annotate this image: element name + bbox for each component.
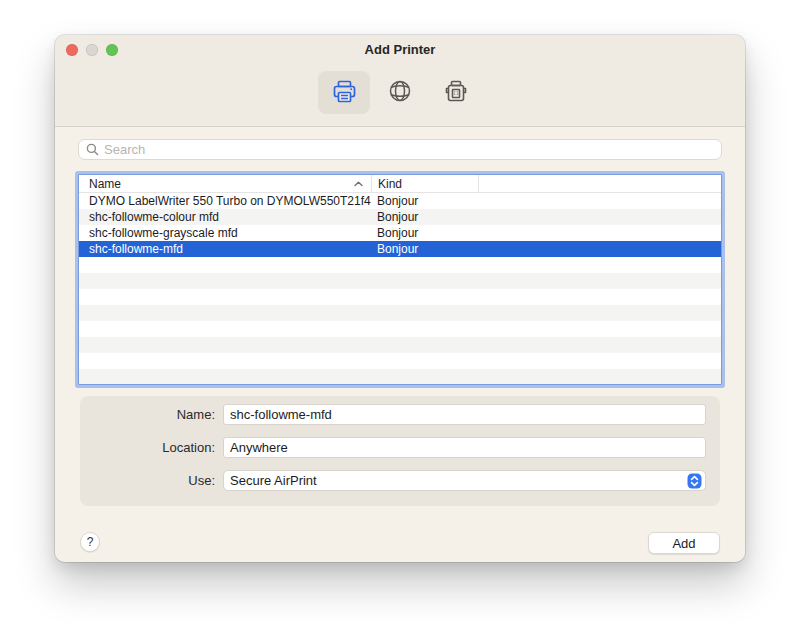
column-header-kind[interactable]: Kind [371, 175, 478, 192]
use-field-row: Use: Secure AirPrint [80, 470, 706, 491]
use-select-value: Secure AirPrint [230, 473, 317, 488]
empty-table-row [79, 337, 721, 353]
table-row[interactable]: DYMO LabelWriter 550 Turbo on DYMOLW550T… [79, 193, 721, 209]
location-label: Location: [80, 440, 223, 455]
tab-ip-printer[interactable] [374, 71, 426, 114]
printer-icon [331, 78, 358, 108]
cell-kind: Bonjour [371, 194, 478, 208]
name-label: Name: [80, 407, 223, 422]
location-field[interactable] [223, 437, 706, 458]
cell-name: shc-followme-colour mfd [79, 210, 371, 224]
cell-kind: Bonjour [371, 226, 478, 240]
table-body[interactable]: DYMO LabelWriter 550 Turbo on DYMOLW550T… [79, 193, 721, 385]
cell-kind: Bonjour [371, 242, 478, 256]
window-title: Add Printer [365, 42, 436, 57]
table-header: Name Kind [79, 175, 721, 193]
table-row[interactable]: shc-followme-mfdBonjour [79, 241, 721, 257]
add-printer-window: Add Printer [55, 35, 745, 562]
tab-default-printer[interactable] [318, 71, 370, 114]
cell-name: shc-followme-grayscale mfd [79, 226, 371, 240]
empty-table-row [79, 321, 721, 337]
search-field[interactable] [78, 139, 722, 160]
window-content: Name Kind DYMO LabelWriter 550 Turbo on … [55, 127, 745, 562]
cell-name: DYMO LabelWriter 550 Turbo on DYMOLW550T… [79, 194, 371, 208]
table-row[interactable]: shc-followme-grayscale mfdBonjour [79, 225, 721, 241]
column-header-blank [478, 175, 721, 192]
printer-details-panel: Name: Location: Use: Secure AirPrint [80, 396, 720, 506]
empty-table-row [79, 369, 721, 385]
location-field-row: Location: [80, 437, 706, 458]
tab-windows-printer[interactable] [430, 71, 482, 114]
legacy-printer-icon [443, 78, 469, 107]
search-input[interactable] [104, 142, 714, 157]
titlebar: Add Printer [55, 35, 745, 63]
printer-type-toolbar [55, 63, 745, 126]
magnifier-icon [86, 143, 99, 156]
help-button[interactable]: ? [80, 532, 100, 552]
empty-table-row [79, 273, 721, 289]
table-row[interactable]: shc-followme-colour mfdBonjour [79, 209, 721, 225]
empty-table-row [79, 289, 721, 305]
column-header-name[interactable]: Name [79, 175, 371, 192]
empty-table-row [79, 353, 721, 369]
name-field-row: Name: [80, 404, 706, 425]
dialog-footer: ? Add [78, 532, 722, 554]
empty-table-row [79, 257, 721, 273]
traffic-lights [66, 44, 118, 56]
name-field[interactable] [223, 404, 706, 425]
add-button[interactable]: Add [648, 532, 720, 554]
use-select[interactable]: Secure AirPrint [223, 470, 706, 491]
empty-table-row [79, 305, 721, 321]
cell-kind: Bonjour [371, 210, 478, 224]
zoom-button[interactable] [106, 44, 118, 56]
popup-stepper-icon [687, 473, 702, 489]
globe-icon [387, 78, 413, 107]
minimize-button[interactable] [86, 44, 98, 56]
printer-table: Name Kind DYMO LabelWriter 550 Turbo on … [78, 174, 722, 385]
use-label: Use: [80, 473, 223, 488]
close-button[interactable] [66, 44, 78, 56]
sort-ascending-icon [354, 181, 363, 187]
cell-name: shc-followme-mfd [79, 242, 371, 256]
